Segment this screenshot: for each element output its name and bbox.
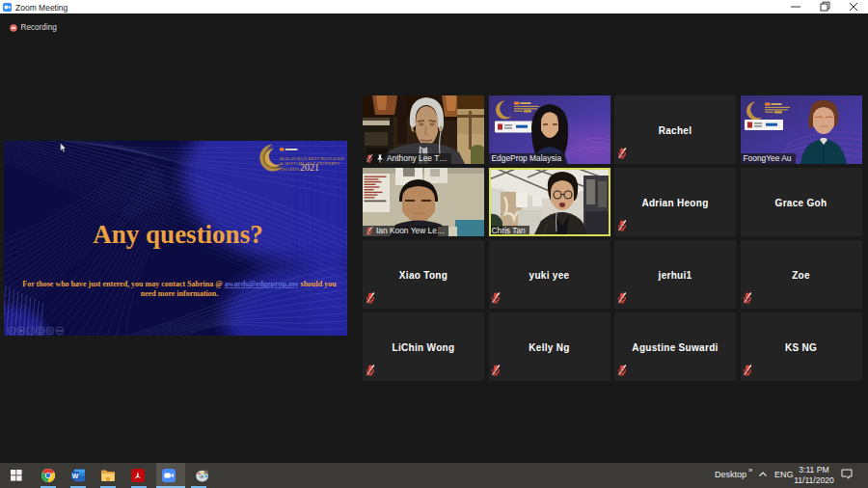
svg-text:2021: 2021 <box>300 162 319 173</box>
svg-text:MALAYSIA'S BEST MANAGED: MALAYSIA'S BEST MANAGED <box>280 156 344 161</box>
svg-text:For those who have just entere: For those who have just entered, you may… <box>22 280 337 288</box>
svg-text:Any questions?: Any questions? <box>93 220 262 249</box>
svg-text:W: W <box>72 473 79 479</box>
svg-text:AWARDS: AWARDS <box>280 167 299 172</box>
svg-text:need more information.: need more information. <box>141 289 219 298</box>
